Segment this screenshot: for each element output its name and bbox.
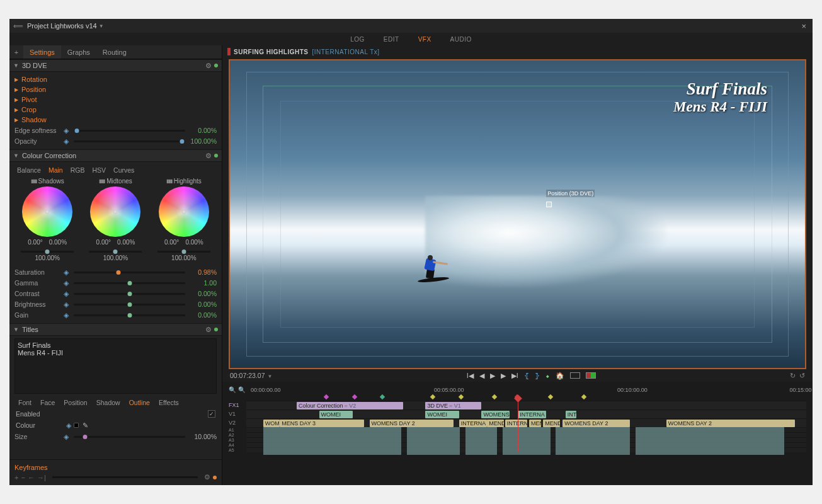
cc-tab-balance[interactable]: Balance xyxy=(17,166,41,174)
dve-position[interactable]: ▶Position xyxy=(14,84,217,94)
record-icon[interactable]: 🏠 xyxy=(556,372,564,380)
titles-text-input[interactable] xyxy=(14,338,217,394)
colour-wheel[interactable] xyxy=(22,186,72,237)
add-effect-button[interactable]: + xyxy=(9,49,23,56)
dve-pivot[interactable]: ▶Pivot xyxy=(14,94,217,105)
clip[interactable]: INTERNA xyxy=(505,420,528,427)
clip[interactable]: WOMENS xyxy=(481,411,509,418)
keyframe-icon[interactable]: ◈ xyxy=(64,279,71,287)
panel-titles-header[interactable]: ▼ Titles ⚙ xyxy=(9,323,222,336)
opacity-slider[interactable] xyxy=(74,140,185,142)
mode-edit[interactable]: EDIT xyxy=(381,34,402,45)
mark-in-icon[interactable]: ⦃ xyxy=(524,372,529,380)
enabled-dot[interactable] xyxy=(214,328,218,331)
eyedropper-icon[interactable]: ✎ xyxy=(83,421,88,430)
keyframe-track[interactable] xyxy=(52,476,198,478)
histogram-icon[interactable]: ▮▮▮ xyxy=(166,178,172,184)
gear-icon[interactable]: ⚙ xyxy=(205,152,212,160)
colour-swatch[interactable] xyxy=(74,423,79,428)
dve-shadow[interactable]: ▶Shadow xyxy=(14,115,217,125)
enabled-checkbox[interactable]: ✓ xyxy=(208,410,215,418)
play-icon[interactable]: ▶ xyxy=(490,372,495,380)
kf-dot-icon[interactable] xyxy=(213,476,217,479)
track-label-a2[interactable]: A2 xyxy=(229,432,246,437)
gain-slider[interactable] xyxy=(157,251,210,253)
project-title[interactable]: Project Lightworks v14 xyxy=(27,22,97,30)
cc-tab-hsv[interactable]: HSV xyxy=(92,166,106,174)
histogram-icon[interactable]: ▮▮▮ xyxy=(99,178,105,184)
mode-audio[interactable]: AUDIO xyxy=(448,34,474,45)
keyframe-icon[interactable]: ◈ xyxy=(66,421,71,430)
clip[interactable]: WOMEI xyxy=(319,411,353,418)
titles-tab-shadow[interactable]: Shadow xyxy=(96,399,120,406)
clip[interactable]: INTERNA xyxy=(518,411,545,418)
kf-next-icon[interactable]: →| xyxy=(37,474,46,481)
gear-icon[interactable]: ⚙ xyxy=(205,326,212,334)
video-viewer[interactable]: Position (3D DVE) Surf Finals Mens R4 - … xyxy=(229,59,806,369)
titles-tab-position[interactable]: Position xyxy=(64,399,87,406)
keyframe-icon[interactable]: ◈ xyxy=(64,433,71,441)
clip[interactable]: WOMENS DAY 2 xyxy=(666,420,795,427)
edge-softness-slider[interactable] xyxy=(74,130,185,132)
size-slider[interactable] xyxy=(74,436,185,438)
track-label-a4[interactable]: A4 xyxy=(229,442,246,447)
kf-remove-icon[interactable]: − xyxy=(21,474,25,481)
zoom-in-icon[interactable]: 🔍 xyxy=(229,386,236,393)
track-label-fx1[interactable]: FX1 xyxy=(229,401,246,410)
dve-crop[interactable]: ▶Crop xyxy=(14,105,217,115)
track-label-a5[interactable]: A5 xyxy=(229,447,246,452)
goto-end-icon[interactable]: ▶I xyxy=(511,372,518,380)
clip[interactable]: MEN xyxy=(529,420,542,427)
tab-routing[interactable]: Routing xyxy=(96,45,133,59)
title-overlay[interactable]: Surf Finals Mens R4 - FIJI xyxy=(673,79,767,115)
keyframe-icon[interactable]: ◈ xyxy=(64,137,71,146)
titles-tab-effects[interactable]: Effects xyxy=(159,399,179,406)
saturation-slider[interactable] xyxy=(74,272,185,273)
cc-tab-rgb[interactable]: RGB xyxy=(71,166,85,174)
keyframe-icon[interactable]: ◈ xyxy=(64,311,71,319)
mode-vfx[interactable]: VFX xyxy=(416,34,434,45)
clip[interactable]: Colour Correction= V2 xyxy=(297,402,403,410)
mark-out-icon[interactable]: ⦄ xyxy=(535,372,540,380)
clip[interactable]: WOMENS DAY 2 xyxy=(562,420,630,427)
cc-tab-main[interactable]: Main xyxy=(49,166,63,174)
contrast-slider[interactable] xyxy=(74,293,185,295)
marker-lane[interactable] xyxy=(246,394,806,401)
clip[interactable]: WOMEI xyxy=(425,411,459,418)
back-icon[interactable]: ⟸ xyxy=(13,22,23,30)
time-ruler[interactable]: 🔍 🔍 00:00:00.00 00:05:00.00 00:10:00.00 … xyxy=(229,384,806,394)
mode-log[interactable]: LOG xyxy=(348,34,367,45)
gain-slider[interactable] xyxy=(89,251,142,253)
view-mode-1-icon[interactable] xyxy=(570,372,580,379)
dropdown-icon[interactable]: ▼ xyxy=(267,374,272,379)
zoom-out-icon[interactable]: 🔍 xyxy=(238,386,246,393)
clip[interactable]: MEND xyxy=(487,420,504,427)
keyframe-icon[interactable]: ◈ xyxy=(64,301,71,309)
loop-range-icon[interactable]: ↺ xyxy=(799,372,805,379)
timecode-display[interactable]: 00:07:23.07▼ xyxy=(230,372,272,379)
kf-add-icon[interactable]: + xyxy=(14,474,18,481)
step-fwd-icon[interactable]: ▶ xyxy=(501,372,506,380)
track-label-v2[interactable]: V2 xyxy=(229,418,246,427)
gear-icon[interactable]: ⚙ xyxy=(204,473,210,481)
dve-rotation[interactable]: ▶Rotation xyxy=(14,74,217,84)
gear-icon[interactable]: ⚙ xyxy=(205,62,212,70)
track-label-a3[interactable]: A3 xyxy=(229,437,246,442)
clip[interactable]: MEND xyxy=(543,420,560,427)
keyframe-icon[interactable]: ◈ xyxy=(64,268,71,277)
view-mode-2-icon[interactable] xyxy=(586,372,596,379)
titles-tab-font[interactable]: Font xyxy=(18,399,31,406)
brightness-slider[interactable] xyxy=(74,304,185,306)
track-label-a1[interactable]: A1 xyxy=(229,427,246,432)
keyframe-icon[interactable]: ◈ xyxy=(64,290,71,298)
clip[interactable]: INT xyxy=(566,411,577,418)
clip[interactable]: WOMENS DAY 2 xyxy=(370,420,454,427)
titles-tab-face[interactable]: Face xyxy=(40,399,55,406)
enabled-dot[interactable] xyxy=(214,64,218,67)
panel-cc-header[interactable]: ▼ Colour Correction ⚙ xyxy=(9,149,222,162)
cc-tab-curves[interactable]: Curves xyxy=(113,166,134,174)
tab-settings[interactable]: Settings xyxy=(23,45,61,59)
keyframe-icon[interactable]: ◈ xyxy=(64,127,71,135)
enabled-dot[interactable] xyxy=(214,154,218,158)
panel-3d-dve-header[interactable]: ▼ 3D DVE ⚙ xyxy=(9,59,222,72)
